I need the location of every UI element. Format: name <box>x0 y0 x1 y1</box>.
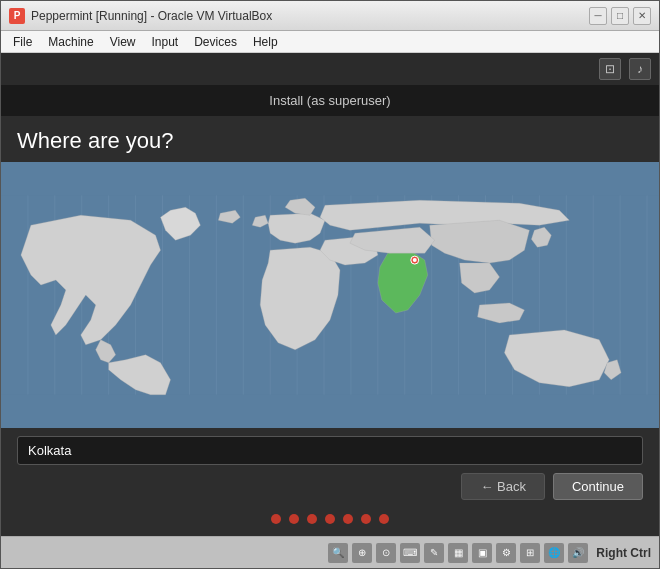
installer-body: Where are you? <box>1 116 659 536</box>
close-button[interactable]: ✕ <box>633 7 651 25</box>
progress-dot-2 <box>289 514 299 524</box>
status-icon-2: ⊕ <box>352 543 372 563</box>
status-icon-6: ▦ <box>448 543 468 563</box>
statusbar: 🔍 ⊕ ⊙ ⌨ ✎ ▦ ▣ ⚙ ⊞ 🌐 🔊 Right Ctrl <box>1 536 659 568</box>
status-icon-11: 🔊 <box>568 543 588 563</box>
right-ctrl-label: Right Ctrl <box>596 546 651 560</box>
window-title: Peppermint [Running] - Oracle VM Virtual… <box>31 9 589 23</box>
menu-view[interactable]: View <box>102 33 144 51</box>
progress-dot-3 <box>307 514 317 524</box>
audio-icon[interactable]: ♪ <box>629 58 651 80</box>
menubar: File Machine View Input Devices Help <box>1 31 659 53</box>
titlebar: P Peppermint [Running] - Oracle VM Virtu… <box>1 1 659 31</box>
menu-input[interactable]: Input <box>144 33 187 51</box>
menu-devices[interactable]: Devices <box>186 33 245 51</box>
world-map-svg <box>1 162 659 428</box>
progress-dot-1 <box>271 514 281 524</box>
status-icon-8: ⚙ <box>496 543 516 563</box>
menu-machine[interactable]: Machine <box>40 33 101 51</box>
bottom-section: ← Back Continue <box>1 428 659 536</box>
button-row: ← Back Continue <box>17 473 643 500</box>
world-map-container[interactable] <box>1 162 659 428</box>
menu-file[interactable]: File <box>5 33 40 51</box>
status-icon-3: ⊙ <box>376 543 396 563</box>
page-title: Where are you? <box>1 116 659 162</box>
status-icon-5: ✎ <box>424 543 444 563</box>
maximize-button[interactable]: □ <box>611 7 629 25</box>
status-icon-7: ▣ <box>472 543 492 563</box>
minimize-button[interactable]: ─ <box>589 7 607 25</box>
progress-dots <box>17 508 643 528</box>
vm-content: ⊡ ♪ Install (as superuser) Where are you… <box>1 53 659 536</box>
installer: Install (as superuser) Where are you? <box>1 85 659 536</box>
app-icon: P <box>9 8 25 24</box>
progress-dot-4 <box>325 514 335 524</box>
installer-header: Install (as superuser) <box>1 85 659 116</box>
svg-point-26 <box>413 258 417 262</box>
status-icon-1: 🔍 <box>328 543 348 563</box>
status-icon-4: ⌨ <box>400 543 420 563</box>
location-input[interactable] <box>17 436 643 465</box>
window: P Peppermint [Running] - Oracle VM Virtu… <box>0 0 660 569</box>
vm-toolbar: ⊡ ♪ <box>1 53 659 85</box>
progress-dot-5 <box>343 514 353 524</box>
back-button[interactable]: ← Back <box>461 473 545 500</box>
progress-dot-7 <box>379 514 389 524</box>
status-icon-10: 🌐 <box>544 543 564 563</box>
screen-icon[interactable]: ⊡ <box>599 58 621 80</box>
status-icon-9: ⊞ <box>520 543 540 563</box>
progress-dot-6 <box>361 514 371 524</box>
installer-header-text: Install (as superuser) <box>269 93 390 108</box>
menu-help[interactable]: Help <box>245 33 286 51</box>
continue-button[interactable]: Continue <box>553 473 643 500</box>
window-controls: ─ □ ✕ <box>589 7 651 25</box>
